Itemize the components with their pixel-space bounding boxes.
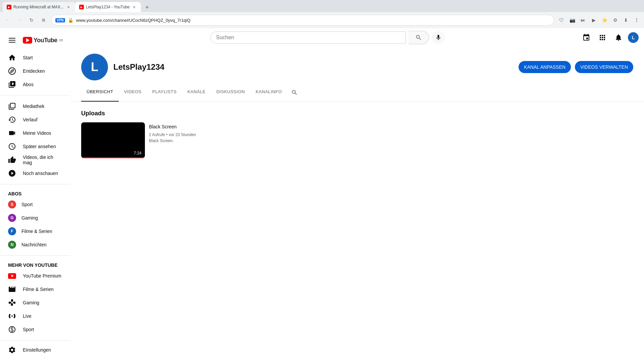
sidebar-item-filme-serien[interactable]: F Filme & Serien [3, 225, 68, 238]
settings-icon [8, 346, 16, 354]
search-input[interactable] [211, 32, 406, 43]
topbar: L [70, 28, 644, 47]
gaming-avatar: G [8, 214, 16, 222]
sport2-label: Sport [23, 327, 34, 332]
apps-button[interactable] [596, 31, 609, 44]
extension-btn-4[interactable]: ▶ [589, 15, 598, 25]
video-description: Black Screen. [149, 138, 282, 143]
topbar-center [210, 31, 445, 44]
sport2-icon [8, 325, 16, 334]
kanal-anpassen-button[interactable]: KANAL ANPASSEN [519, 61, 571, 73]
mehr-section-title: MEHR VON YOUTUBE [0, 260, 70, 269]
settings-label: Einstellungen [23, 347, 51, 353]
channel-actions: KANAL ANPASSEN VIDEOS VERWALTEN [519, 61, 633, 73]
live-icon [8, 312, 16, 320]
sidebar-item-entdecken[interactable]: Entdecken [3, 64, 68, 78]
tab-2-title: LetsPlay1234 - YouTube [86, 5, 129, 9]
sidebar-item-verlauf[interactable]: Verlauf [3, 113, 68, 126]
sport-label: Sport [21, 202, 33, 207]
new-tab-button[interactable]: + [142, 3, 152, 12]
tab-playlists[interactable]: PLAYLISTS [147, 84, 182, 102]
nachrichten-avatar: N [8, 241, 16, 249]
sidebar-item-yt-premium[interactable]: YouTube Premium [3, 269, 68, 283]
sidebar-item-filme-serien2[interactable]: Filme & Serien [3, 283, 68, 296]
extension-btn-5[interactable]: ⭐ [600, 15, 609, 25]
browser-menu-button[interactable]: ⋮ [632, 15, 641, 25]
tab-2-close[interactable]: ✕ [131, 4, 137, 10]
library-section: Mediathek Verlauf Meine Videos [0, 98, 70, 181]
tab-search[interactable] [287, 84, 302, 102]
sidebar-item-sport[interactable]: S Sport [3, 198, 68, 211]
address-bar[interactable]: VPN 🔒 www.youtube.com/channel/UCocN6zQPH… [51, 15, 554, 25]
sidebar-item-sport2[interactable]: Sport [3, 323, 68, 336]
extension-btn-6[interactable]: ⚙ [610, 15, 620, 25]
tab-kanale[interactable]: KANÄLE [182, 84, 211, 102]
hamburger-button[interactable] [5, 34, 19, 47]
sidebar-item-meine-videos[interactable]: Meine Videos [3, 126, 68, 140]
reload-button[interactable]: ↻ [27, 15, 36, 25]
search-button[interactable] [409, 31, 429, 44]
user-avatar[interactable]: L [628, 32, 639, 43]
extension-btn-1[interactable]: 🛡 [557, 15, 566, 25]
sidebar-item-noch-anschauen[interactable]: Noch anschauen [3, 167, 68, 180]
youtube-logo-text: YouTube [34, 37, 57, 44]
sidebar-item-spaeter-label: Später ansehen [23, 144, 56, 149]
videos-verwalten-button[interactable]: VIDEOS VERWALTEN [575, 61, 633, 73]
browser-tab-1[interactable]: ▶ Running Minecraft at MAX... ✕ [3, 2, 75, 12]
mic-button[interactable] [432, 31, 445, 44]
sidebar-item-gaming[interactable]: G Gaming [3, 211, 68, 225]
sport-avatar: S [8, 200, 16, 208]
tab-diskussion[interactable]: DISKUSSION [211, 84, 250, 102]
lock-icon: 🔒 [68, 17, 73, 23]
home-button[interactable]: ⊞ [39, 15, 48, 25]
sidebar-item-verlauf-label: Verlauf [23, 117, 38, 122]
tab-kanalinfo[interactable]: KANALINFO [250, 84, 287, 102]
tab-1-title: Running Minecraft at MAX... [13, 5, 64, 9]
sidebar-item-nachrichten[interactable]: N Nachrichten [3, 238, 68, 251]
svg-point-4 [11, 315, 13, 317]
url-display: www.youtube.com/channel/UCocN6zQPHQZ_0yv… [76, 18, 550, 23]
channel-tabs: ÜBERSICHT VIDEOS PLAYLISTS KANÄLE DISKUS… [70, 84, 644, 102]
continue-watching-icon [8, 169, 16, 177]
extension-btn-3[interactable]: ⏭ [578, 15, 588, 25]
sidebar-item-live[interactable]: Live [3, 309, 68, 323]
scrollable-content: L LetsPlay1234 KANAL ANPASSEN VIDEOS VER… [70, 47, 644, 362]
youtube-logo[interactable]: YouTube DE [23, 37, 63, 44]
divider-3 [0, 255, 70, 256]
nav-section: Start Entdecken Abos [0, 50, 70, 93]
gaming-label: Gaming [21, 215, 38, 221]
channel-header: L LetsPlay1234 KANAL ANPASSEN VIDEOS VER… [70, 47, 644, 80]
channel-info: L LetsPlay1234 [81, 54, 164, 80]
live-label: Live [23, 313, 32, 319]
sidebar-item-settings[interactable]: Einstellungen [3, 343, 68, 357]
sidebar-item-mediathek[interactable]: Mediathek [3, 100, 68, 113]
tab-1-close[interactable]: ✕ [66, 4, 71, 10]
watch-later-icon [8, 142, 16, 150]
extension-btn-7[interactable]: ⬇ [621, 15, 631, 25]
sidebar-item-abos[interactable]: Abos [3, 78, 68, 91]
sidebar-item-meine-videos-label: Meine Videos [23, 130, 51, 136]
tab-ubersicht[interactable]: ÜBERSICHT [81, 84, 119, 102]
sidebar-item-liked[interactable]: Videos, die ich mag [3, 153, 68, 167]
sidebar-item-gaming2[interactable]: Gaming [3, 296, 68, 309]
back-button[interactable]: ← [3, 15, 12, 25]
video-duration: 7:24 [132, 150, 143, 156]
browser-tab-2[interactable]: ▶ LetsPlay1234 - YouTube ✕ [75, 2, 141, 12]
upload-button[interactable] [580, 31, 593, 44]
extension-btn-2[interactable]: 📷 [568, 15, 577, 25]
notifications-button[interactable] [612, 31, 625, 44]
video-card[interactable]: 7:24 Black Screen 2 Aufrufe • vor 23 Stu… [81, 122, 282, 158]
history-icon [8, 116, 16, 124]
liked-icon [8, 156, 16, 164]
sidebar-item-spaeter[interactable]: Später ansehen [3, 140, 68, 153]
tab-videos[interactable]: VIDEOS [119, 84, 147, 102]
main-panel: L L LetsPlay1234 KANAL ANPASSEN VIDEOS V… [70, 28, 644, 362]
yt-premium-icon [8, 273, 16, 279]
svg-point-3 [9, 68, 15, 74]
svg-rect-1 [9, 40, 15, 41]
sidebar-item-start[interactable]: Start [3, 51, 68, 64]
svg-rect-0 [9, 38, 15, 39]
uploads-section: Uploads 7:24 Black Screen 2 Aufrufe • vo… [70, 102, 644, 166]
video-thumbnail: 7:24 [81, 122, 145, 158]
forward-button[interactable]: → [15, 15, 24, 25]
